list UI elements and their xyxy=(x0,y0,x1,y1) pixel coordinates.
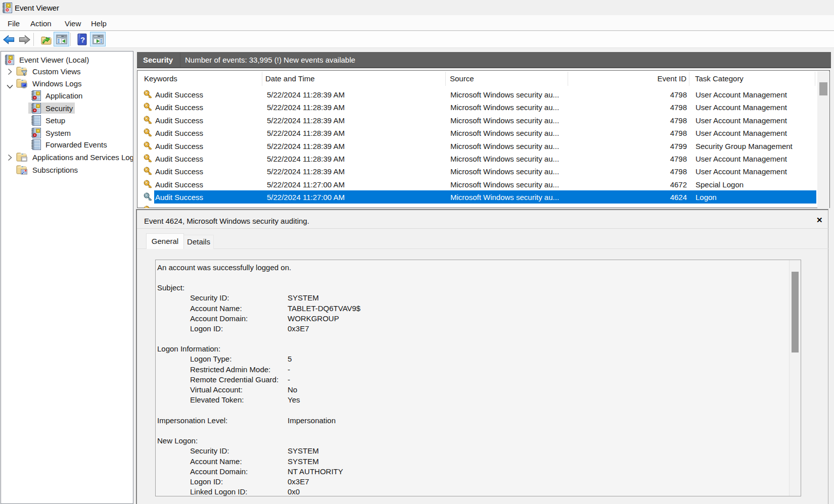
svg-text:?: ? xyxy=(80,35,85,44)
